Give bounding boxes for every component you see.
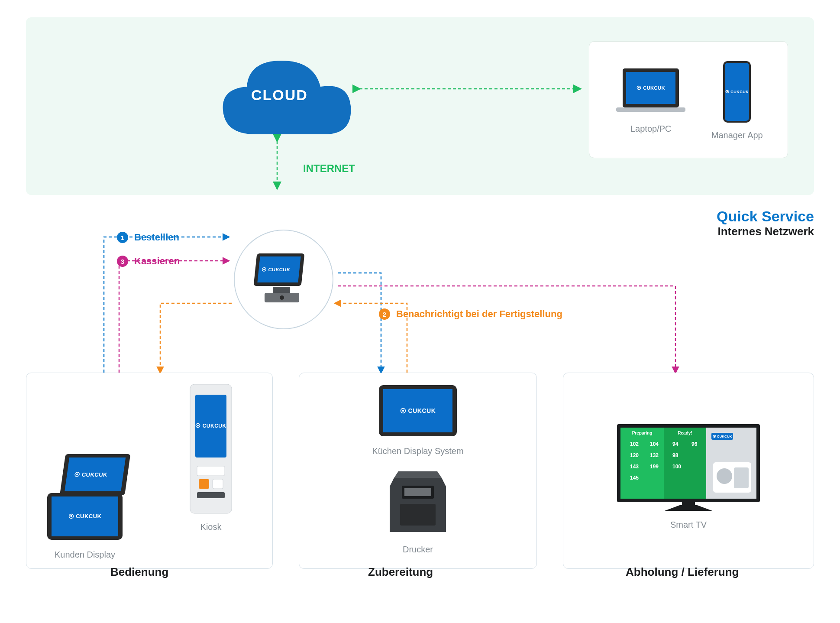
svg-text:98: 98 [672,452,678,458]
printer-label: Drucker [403,545,433,555]
svg-text:⦿ CUKCUK: ⦿ CUKCUK [636,85,665,91]
box-bedienung: ⦿ CUKCUK POS ⦿ CUKCUK [26,373,273,569]
section-label-bedienung: Bedienung [110,565,168,579]
tv-label: Smart TV [670,520,707,530]
bottom-boxes: ⦿ CUKCUK POS ⦿ CUKCUK [26,373,814,569]
svg-text:199: 199 [650,464,659,470]
svg-rect-34 [404,488,431,496]
step-3-badge: 3 [117,256,128,267]
section-label-zubereitung: Zubereitung [368,565,433,579]
step-1: 1 Bestelllen [117,232,179,243]
svg-rect-24 [199,479,209,489]
kunden-label: Kunden Display [55,550,115,560]
svg-rect-23 [197,466,225,476]
phone-icon: ⦿ CUKCUK [720,59,754,124]
device-kds: ⦿ CUKCUK Küchen Display System [372,382,463,456]
svg-rect-39 [664,428,706,499]
internet-label: INTERNET [303,162,355,175]
device-smarttv: Preparing Ready! 102 104 120 132 143 199… [613,421,764,530]
device-kunden-display: ⦿ CUKCUK Kunden Display [44,490,126,560]
central-terminal: ⦿ CUKCUK [234,230,333,329]
svg-rect-38 [620,428,664,499]
manager-box: ⦿ CUKCUK Laptop/PC ⦿ CUKCUK Manager App [589,41,788,158]
kds-icon: ⦿ CUKCUK [375,382,461,440]
svg-text:132: 132 [650,452,659,458]
svg-text:⦿ CUKCUK: ⦿ CUKCUK [74,471,108,478]
svg-rect-12 [273,287,290,293]
svg-rect-25 [213,479,223,489]
kds-label: Küchen Display System [372,446,463,456]
printer-icon [381,465,455,539]
svg-text:⦿ CUKCUK: ⦿ CUKCUK [195,423,226,429]
pos-terminal-icon: ⦿ CUKCUK [249,247,318,312]
svg-rect-35 [400,504,436,526]
svg-text:94: 94 [672,441,678,447]
smarttv-icon: Preparing Ready! 102 104 120 132 143 199… [613,421,764,514]
svg-text:96: 96 [691,441,698,447]
svg-text:⦿ CUKCUK: ⦿ CUKCUK [68,513,102,519]
network-diagram: ⦿ CUKCUK 1 Bestelllen 3 Kassieren 2 Bena… [26,208,814,598]
svg-text:143: 143 [630,464,639,470]
cloud-section: CLOUD INTERNET ⦿ CUKCUK Laptop/PC ⦿ CU [26,17,814,195]
svg-point-14 [280,295,284,300]
svg-rect-56 [734,467,749,488]
step-1-text: Bestelllen [134,232,179,243]
svg-text:⦿ CUKCUK: ⦿ CUKCUK [400,407,436,414]
svg-text:120: 120 [630,452,639,458]
device-printer: Drucker [381,465,455,555]
svg-text:104: 104 [650,441,659,447]
step-2-badge: 2 [379,308,390,320]
laptop-icon: ⦿ CUKCUK [614,66,688,118]
box-zubereitung: ⦿ CUKCUK Küchen Display System Drucker [299,373,537,569]
svg-point-55 [717,468,732,484]
svg-text:102: 102 [630,441,639,447]
svg-text:100: 100 [672,464,681,470]
step-1-badge: 1 [117,232,128,243]
step-3: 3 Kassieren [117,256,180,267]
section-label-abholung: Abholung / Lieferung [626,565,739,579]
cloud-label: CLOUD [251,87,308,104]
tablet-icon: ⦿ CUKCUK [44,490,126,544]
box-abholung: Preparing Ready! 102 104 120 132 143 199… [563,373,814,569]
step-2: 2 Benachrichtigt bei der Fertigstellung [379,308,562,320]
tv-col-ready: Ready! [678,431,692,435]
svg-text:⦿ CUKCUK: ⦿ CUKCUK [713,435,732,438]
app-label: Manager App [711,130,763,140]
svg-text:⦿ CUKCUK: ⦿ CUKCUK [725,90,749,94]
device-laptop: ⦿ CUKCUK Laptop/PC [614,66,688,134]
svg-text:⦿ CUKCUK: ⦿ CUKCUK [262,267,291,272]
svg-rect-5 [616,107,685,112]
laptop-label: Laptop/PC [630,124,672,134]
tv-col-preparing: Preparing [632,431,653,435]
device-phone: ⦿ CUKCUK Manager App [711,59,763,140]
step-3-text: Kassieren [134,256,180,267]
svg-text:145: 145 [630,475,639,481]
step-2-text: Benachrichtigt bei der Fertigstellung [396,308,562,320]
